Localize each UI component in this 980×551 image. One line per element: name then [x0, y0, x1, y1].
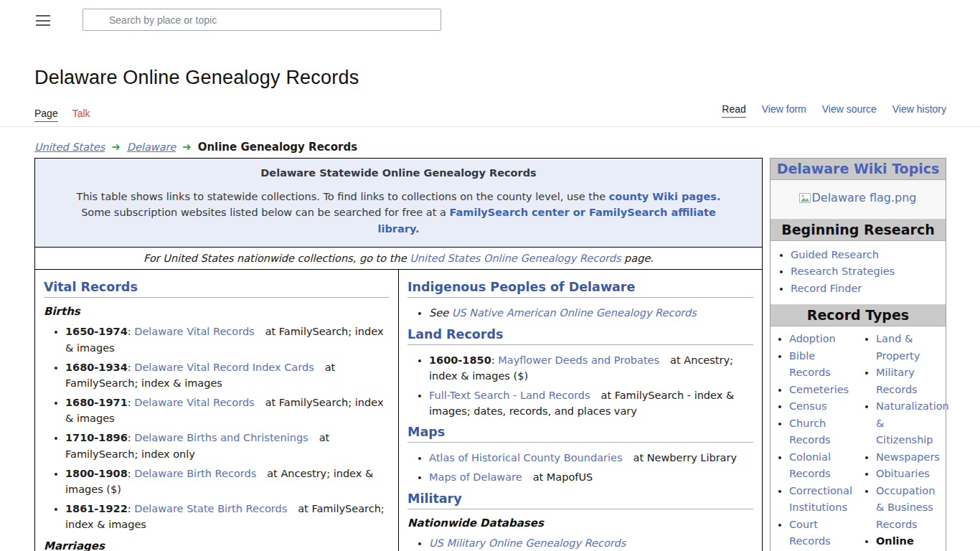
section-heading: Maps — [407, 425, 753, 439]
namespace-tabs: PageTalk — [34, 108, 90, 122]
sidebar-link-census[interactable]: Census — [789, 400, 827, 412]
record-link[interactable]: Delaware State Birth Records — [134, 503, 287, 514]
record-years: 1600-1850 — [429, 354, 491, 366]
nationwide-note: For United States nationwide collections… — [35, 248, 763, 270]
hamburger-menu-icon[interactable] — [36, 15, 50, 26]
content-area: Delaware Statewide Online Genealogy Reco… — [34, 158, 946, 551]
county-wiki-pages-link[interactable]: county Wiki pages. — [609, 191, 721, 202]
sidebar-link-record-finder[interactable]: Record Finder — [791, 283, 862, 294]
delaware-flag-link[interactable]: Delaware flag.png — [811, 191, 916, 204]
record-link[interactable]: Maps of Delaware — [429, 471, 522, 483]
sidebar-link-correctional-institutions[interactable]: Correctional Institutions — [789, 485, 852, 513]
record-link[interactable]: Delaware Vital Records — [134, 397, 254, 408]
sidebar-link-newspapers[interactable]: Newspapers — [876, 451, 940, 463]
record-list: 1650-1974: Delaware Vital Recordsat Fami… — [51, 324, 390, 532]
tab-view-source[interactable]: View source — [822, 103, 877, 118]
record-item: Atlas of Historical County Boundariesat … — [429, 450, 753, 466]
sidebar-list-item: Bible Records — [789, 348, 857, 382]
sidebar-link-research-strategies[interactable]: Research Strategies — [791, 265, 895, 277]
breadcrumb: United States➜Delaware➜Online Genealogy … — [34, 141, 357, 154]
record-item: 1650-1974: Delaware Vital Recordsat Fami… — [65, 324, 390, 355]
record-item: Maps of Delawareat MapofUS — [429, 469, 753, 485]
record-pre-text: See — [429, 307, 452, 319]
sidebar-link-court-records[interactable]: Court Records — [789, 519, 831, 547]
sidebar-list-item: Guided Research — [791, 247, 941, 263]
section-heading: Military — [407, 491, 753, 506]
sidebar-list-item: Adoption — [789, 331, 857, 347]
record-item: 1800-1908: Delaware Birth Recordsat Ance… — [65, 466, 390, 497]
sidebar-link-occupation-business-records[interactable]: Occupation & Business Records — [876, 485, 935, 530]
record-link[interactable]: Delaware Vital Records — [134, 326, 254, 337]
record-link[interactable]: Atlas of Historical County Boundaries — [429, 452, 623, 463]
sidebar-link-colonial-records[interactable]: Colonial Records — [789, 451, 831, 479]
sidebar-list-item: Land & Property — [876, 331, 944, 364]
tabs-row: PageTalk ReadView formView sourceView hi… — [0, 103, 980, 127]
tab-view-form[interactable]: View form — [762, 103, 806, 118]
sidebar-list-item: Correctional Institutions — [789, 483, 857, 517]
tab-read[interactable]: Read — [722, 103, 745, 118]
right-column: Indigenous Peoples of DelawareSee US Nat… — [399, 270, 763, 551]
sidebar-list-item: Occupation & Business Records — [876, 483, 944, 533]
record-item: 1680-1934: Delaware Vital Record Index C… — [65, 359, 390, 391]
tab-view-history[interactable]: View history — [892, 103, 946, 118]
infobox-body: This table shows links to statewide coll… — [64, 189, 733, 237]
tab-talk[interactable]: Talk — [72, 108, 90, 122]
record-subheading: Nationwide Databases — [407, 517, 753, 529]
record-subheading: Marriages — [44, 540, 390, 551]
broken-image-icon — [799, 193, 811, 203]
section-rule — [407, 297, 753, 298]
note-text: page. — [621, 253, 653, 264]
breadcrumb-link-delaware[interactable]: Delaware — [127, 141, 176, 153]
tab-page[interactable]: Page — [34, 108, 58, 122]
sidebar-link-cemeteries[interactable]: Cemeteries — [789, 384, 849, 395]
record-link[interactable]: Full-Text Search - Land Records — [429, 390, 590, 401]
record-link[interactable]: Delaware Vital Record Index Cards — [134, 362, 314, 373]
record-list: US Military Online Genealogy Records — [415, 535, 753, 551]
record-list: See US Native American Online Genealogy … — [415, 305, 753, 321]
record-link[interactable]: US Military Online Genealogy Records — [429, 537, 626, 549]
sidebar-link-land-property[interactable]: Land & Property — [876, 333, 920, 361]
sidebar-list-item: Court Records — [789, 517, 857, 550]
beginning-research-header: Beginning Research — [771, 220, 946, 241]
sidebar-list-item: Church Records — [789, 415, 857, 449]
record-link[interactable]: Delaware Births and Christenings — [134, 432, 308, 443]
sidebar-list-item: Colonial Records — [789, 449, 857, 483]
sidebar-list-item: Cemeteries — [789, 382, 857, 398]
infobox: Delaware Statewide Online Genealogy Reco… — [35, 159, 763, 248]
sidebar-link-naturalization-citizenship[interactable]: Naturalization & Citizenship — [876, 400, 949, 446]
section-rule — [407, 509, 753, 509]
sidebar-current-topic: Online Collections — [876, 535, 941, 551]
record-link[interactable]: US Native American Online Genealogy Reco… — [452, 307, 697, 319]
record-years: 1800-1908 — [65, 468, 128, 479]
section-rule — [44, 297, 390, 298]
breadcrumb-link-united-states[interactable]: United States — [34, 141, 105, 153]
us-online-genealogy-records-link[interactable]: United States Online Genealogy Records — [410, 253, 621, 264]
sidebar-link-bible-records[interactable]: Bible Records — [789, 350, 831, 378]
infobox-text: Some subscription websites listed below … — [81, 207, 449, 218]
statewide-records-table: Delaware Statewide Online Genealogy Reco… — [34, 158, 763, 551]
sidebar-list-item: Census — [789, 398, 857, 415]
sidebar-list-item: Military Records — [876, 364, 944, 398]
search-input[interactable] — [83, 9, 441, 31]
record-list: 1600-1850: Mayflower Deeds and Probatesa… — [415, 352, 753, 420]
breadcrumb-arrow-icon: ➜ — [182, 141, 192, 154]
note-text: For United States nationwide collections… — [143, 253, 410, 264]
beginning-research-list: Guided ResearchResearch StrategiesRecord… — [771, 241, 946, 305]
record-types-lists: AdoptionBible RecordsCemeteriesCensusChu… — [771, 326, 946, 551]
record-item: 1600-1850: Mayflower Deeds and Probatesa… — [429, 352, 753, 384]
sidebar-link-obituaries[interactable]: Obituaries — [876, 468, 930, 479]
record-link[interactable]: Delaware Birth Records — [134, 468, 256, 479]
left-column: Vital RecordsBirths1650-1974: Delaware V… — [35, 270, 399, 551]
record-item: See US Native American Online Genealogy … — [429, 305, 753, 321]
sidebar-link-military-records[interactable]: Military Records — [876, 367, 918, 395]
sidebar-link-adoption[interactable]: Adoption — [789, 333, 836, 344]
sidebar-list-item: Research Strategies — [791, 263, 941, 280]
breadcrumb-arrow-icon: ➜ — [111, 141, 121, 154]
breadcrumb-current: Online Genealogy Records — [198, 141, 357, 154]
sidebar-list-item: Online Collections — [876, 533, 944, 551]
sidebar-list-item: Naturalization & Citizenship — [876, 398, 944, 448]
sidebar-link-church-records[interactable]: Church Records — [789, 418, 831, 446]
record-link[interactable]: Mayflower Deeds and Probates — [498, 354, 659, 366]
sidebar-link-guided-research[interactable]: Guided Research — [791, 249, 879, 260]
infobox-text: This table shows links to statewide coll… — [77, 191, 609, 202]
